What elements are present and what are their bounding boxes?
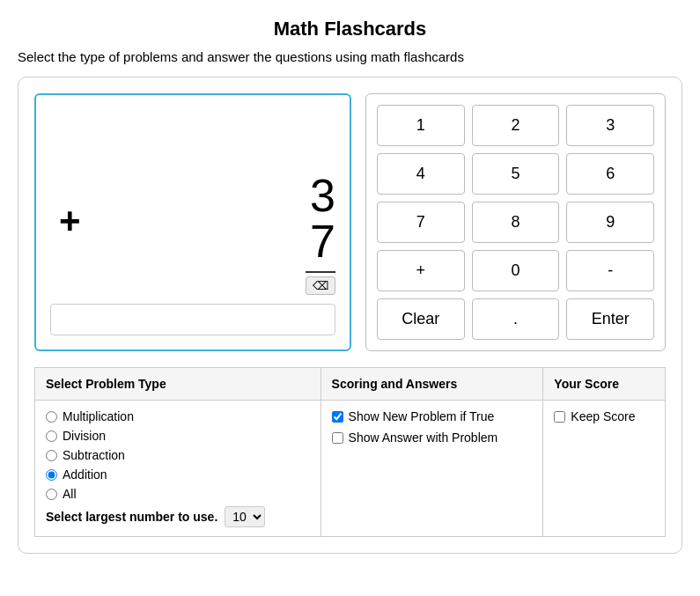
problem-type-radio-group: Multiplication Division Subtraction Addi…	[46, 409, 310, 501]
numpad-4[interactable]: 4	[377, 153, 465, 195]
page-title: Math Flashcards	[18, 18, 682, 40]
radio-all-input[interactable]	[46, 489, 57, 500]
numpad-panel: 1 2 3 4 5 6 7 8 9 + 0 - Clear . Enter	[365, 93, 666, 351]
answer-row: ⌫	[306, 271, 335, 295]
scoring-cell: Show New Problem if True Show Answer wit…	[321, 401, 543, 537]
keep-score-row: Keep Score	[554, 409, 654, 423]
largest-number-label: Select largest number to use.	[46, 510, 217, 524]
radio-division-input[interactable]	[46, 430, 57, 442]
bottom-table: Select Problem Type Scoring and Answers …	[34, 367, 666, 537]
numpad-plus[interactable]: +	[377, 250, 465, 291]
keep-score-label: Keep Score	[571, 409, 635, 423]
radio-division[interactable]: Division	[46, 429, 310, 443]
delete-button[interactable]: ⌫	[306, 276, 335, 295]
show-new-problem-checkbox[interactable]	[332, 411, 343, 423]
scoring-header: Scoring and Answers	[321, 368, 543, 401]
your-score-cell: Keep Score	[543, 401, 666, 537]
operator-display: +	[59, 200, 81, 242]
largest-number-select[interactable]: 5 10 15 20 25	[225, 506, 265, 527]
numpad-dot[interactable]: .	[472, 298, 560, 340]
numpad-0[interactable]: 0	[472, 250, 560, 291]
numbers-col: 3 7 ⌫	[50, 173, 335, 295]
numpad-2[interactable]: 2	[472, 105, 560, 146]
numpad-8[interactable]: 8	[472, 202, 560, 243]
main-card: + 3 7 ⌫ 1 2 3 4 5 6 7 8 9 + 0	[18, 77, 682, 554]
checkbox-show-new[interactable]: Show New Problem if True	[332, 409, 533, 423]
problem-type-header: Select Problem Type	[35, 368, 321, 401]
radio-multiplication-input[interactable]	[46, 411, 57, 423]
numpad-5[interactable]: 5	[472, 153, 560, 195]
top-section: + 3 7 ⌫ 1 2 3 4 5 6 7 8 9 + 0	[34, 93, 666, 351]
flashcard-problem: + 3 7 ⌫	[50, 109, 335, 295]
show-answer-checkbox[interactable]	[332, 432, 343, 444]
flashcard-panel: + 3 7 ⌫	[34, 93, 351, 351]
numpad-6[interactable]: 6	[566, 153, 654, 195]
radio-all[interactable]: All	[46, 487, 310, 501]
numpad-1[interactable]: 1	[377, 105, 465, 146]
page-subtitle: Select the type of problems and answer t…	[18, 49, 682, 64]
numpad-3[interactable]: 3	[566, 105, 654, 146]
radio-subtraction[interactable]: Subtraction	[46, 448, 310, 462]
radio-addition-input[interactable]	[46, 469, 57, 481]
radio-subtraction-input[interactable]	[46, 450, 57, 461]
numpad-enter[interactable]: Enter	[566, 298, 654, 340]
numpad-clear[interactable]: Clear	[377, 298, 465, 340]
radio-multiplication[interactable]: Multiplication	[46, 409, 310, 423]
keep-score-checkbox[interactable]	[554, 411, 565, 423]
numpad-minus[interactable]: -	[566, 250, 654, 291]
your-score-header: Your Score	[543, 368, 666, 401]
radio-addition[interactable]: Addition	[46, 467, 310, 482]
numpad-7[interactable]: 7	[377, 202, 465, 243]
checkbox-show-answer[interactable]: Show Answer with Problem	[332, 430, 533, 445]
largest-number-row: Select largest number to use. 5 10 15 20…	[46, 506, 310, 527]
number-bottom: 7	[310, 218, 335, 264]
numpad-9[interactable]: 9	[566, 202, 654, 243]
show-new-problem-label: Show New Problem if True	[349, 409, 495, 423]
number-top: 3	[310, 173, 335, 218]
answer-input-box[interactable]	[50, 304, 335, 335]
problem-type-cell: Multiplication Division Subtraction Addi…	[35, 401, 321, 537]
scoring-checkbox-group: Show New Problem if True Show Answer wit…	[332, 409, 533, 445]
show-answer-label: Show Answer with Problem	[349, 430, 498, 445]
